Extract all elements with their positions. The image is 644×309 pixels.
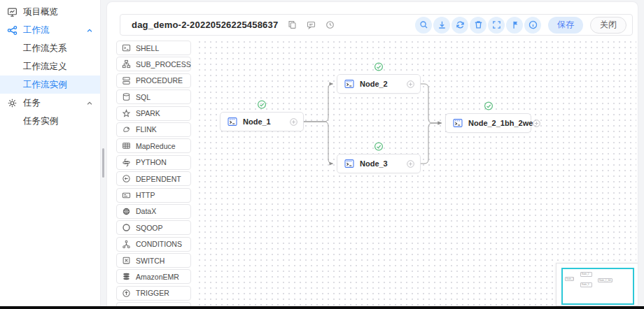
task-type-label: DEPENDENT bbox=[136, 175, 181, 183]
plus-icon[interactable] bbox=[290, 118, 298, 126]
task-type-sql[interactable]: SQL bbox=[116, 89, 191, 104]
scrollbar[interactable] bbox=[102, 148, 104, 178]
close-button[interactable]: 关闭 bbox=[590, 17, 626, 34]
minimap-node: Node_1 bbox=[565, 277, 574, 281]
plus-icon[interactable] bbox=[407, 160, 414, 168]
chevron-up-icon[interactable] bbox=[86, 27, 93, 34]
task-type-label: TRIGGER bbox=[136, 289, 169, 297]
sql-icon bbox=[122, 92, 131, 101]
success-status-icon bbox=[258, 99, 267, 108]
python-icon bbox=[122, 158, 131, 167]
minimap-viewport[interactable] bbox=[561, 268, 634, 305]
search-button[interactable] bbox=[415, 17, 432, 34]
task-type-mapreduce[interactable]: MapReduce bbox=[116, 138, 191, 153]
sidebar-item-label: 项目概览 bbox=[23, 6, 58, 18]
plus-icon[interactable] bbox=[407, 80, 414, 88]
format-dag-button[interactable] bbox=[506, 17, 523, 34]
task-type-datax[interactable]: DataX bbox=[116, 204, 191, 219]
http-icon bbox=[122, 191, 131, 200]
dag-node-node-1[interactable]: Node_1 bbox=[220, 112, 304, 131]
plus-icon[interactable] bbox=[533, 120, 540, 127]
dag-node-node-3[interactable]: Node_3 bbox=[337, 154, 421, 173]
sidebar-item-label: 工作流关系 bbox=[23, 43, 67, 55]
trigger-icon bbox=[122, 289, 131, 298]
workflow-title: dag_demo-2-20220526225458637 bbox=[132, 20, 278, 30]
chevron-up-icon[interactable] bbox=[86, 99, 93, 106]
subprocess-icon bbox=[122, 59, 131, 69]
minimap-node: Node_3 bbox=[580, 282, 592, 287]
title-actions bbox=[288, 20, 335, 29]
dag-node-node-2-1bh-2we[interactable]: Node_2_1bh_2we bbox=[445, 113, 531, 133]
sidebar: 项目概览 工作流 工作流关系 工作流定义 工作流实例 任务 bbox=[0, 0, 101, 306]
task-type-sqoop[interactable]: SQOOP bbox=[116, 220, 191, 235]
task-type-spark[interactable]: SPARK bbox=[116, 106, 191, 121]
save-button[interactable]: 保存 bbox=[548, 17, 583, 34]
task-type-dependent[interactable]: DEPENDENT bbox=[116, 171, 191, 186]
task-type-trigger[interactable]: TRIGGER bbox=[116, 286, 191, 301]
task-type-label: SHELL bbox=[136, 44, 159, 52]
spark-icon bbox=[122, 109, 131, 118]
sidebar-item-workflow-relation[interactable]: 工作流关系 bbox=[0, 39, 100, 57]
sidebar-item-project-overview[interactable]: 项目概览 bbox=[0, 3, 100, 21]
shell-node-icon bbox=[344, 159, 354, 168]
success-status-icon bbox=[374, 62, 384, 71]
dag-node-node-2[interactable]: Node_2 bbox=[337, 74, 421, 94]
task-type-label: CONDITIONS bbox=[136, 240, 182, 248]
task-type-label: SUB_PROCESS bbox=[136, 60, 191, 69]
gear-icon bbox=[7, 98, 18, 108]
delete-button[interactable] bbox=[470, 17, 486, 34]
datax-icon bbox=[122, 207, 131, 216]
copy-icon[interactable] bbox=[288, 20, 297, 29]
sqoop-icon bbox=[122, 223, 131, 232]
shell-node-icon bbox=[227, 117, 237, 127]
task-type-amazonemr[interactable]: AmazonEMR bbox=[116, 269, 191, 284]
task-type-http[interactable]: HTTP bbox=[116, 188, 191, 203]
window-edge bbox=[0, 306, 644, 309]
task-type-conditions[interactable]: CONDITIONS bbox=[116, 237, 191, 252]
task-type-flink[interactable]: FLINK bbox=[116, 122, 191, 137]
amazonemr-icon bbox=[122, 272, 131, 281]
task-type-label: SPARK bbox=[136, 109, 160, 117]
dependent-icon bbox=[122, 174, 131, 183]
sidebar-item-workflow[interactable]: 工作流 bbox=[0, 21, 100, 39]
minimap[interactable]: Node_1 Node_2 Node_3 Node_2_1bh_2we bbox=[556, 263, 638, 306]
task-type-label: SWITCH bbox=[136, 257, 164, 265]
toolbar-actions: 保存 关闭 bbox=[415, 17, 626, 34]
task-type-switch[interactable]: SWITCH bbox=[116, 253, 191, 268]
dag-toolbar: dag_demo-2-20220526225458637 bbox=[120, 14, 633, 36]
refresh-button[interactable] bbox=[451, 17, 468, 34]
task-type-shell[interactable]: SHELL bbox=[116, 41, 191, 55]
download-button[interactable] bbox=[433, 17, 450, 34]
info-button[interactable] bbox=[524, 17, 541, 34]
task-type-python[interactable]: PYTHON bbox=[116, 155, 191, 170]
task-type-label: HTTP bbox=[136, 191, 155, 199]
task-type-list: SHELLSUB_PROCESSPROCEDURESQLSPARKFLINKMa… bbox=[116, 41, 191, 309]
task-type-label: SQL bbox=[136, 93, 150, 101]
minimap-node: Node_2 bbox=[580, 272, 592, 277]
success-status-icon bbox=[484, 101, 493, 110]
dashboard-icon bbox=[7, 7, 18, 17]
dag-canvas[interactable]: Node_1 Node_2 bbox=[197, 39, 636, 306]
node-label: Node_3 bbox=[360, 159, 388, 168]
sidebar-item-workflow-definition[interactable]: 工作流定义 bbox=[0, 57, 100, 76]
main-panel: dag_demo-2-20220526225458637 bbox=[106, 1, 638, 309]
task-type-label: PYTHON bbox=[136, 158, 167, 166]
task-type-procedure[interactable]: PROCEDURE bbox=[116, 73, 191, 88]
task-type-label: PROCEDURE bbox=[136, 76, 183, 85]
sidebar-item-task[interactable]: 任务 bbox=[0, 94, 100, 112]
message-icon[interactable] bbox=[307, 20, 316, 29]
fullscreen-button[interactable] bbox=[488, 17, 505, 34]
flink-icon bbox=[122, 125, 131, 134]
task-type-label: FLINK bbox=[136, 125, 157, 134]
task-type-sub_process[interactable]: SUB_PROCESS bbox=[116, 57, 191, 71]
success-status-icon bbox=[374, 141, 384, 150]
switch-icon bbox=[122, 256, 131, 265]
workflow-instance-dag-page: 项目概览 工作流 工作流关系 工作流定义 工作流实例 任务 bbox=[0, 0, 644, 309]
task-type-label: MapReduce bbox=[136, 142, 176, 150]
workflow-icon bbox=[7, 25, 18, 36]
sidebar-item-label: 任务实例 bbox=[23, 115, 58, 127]
sidebar-item-task-instance[interactable]: 任务实例 bbox=[0, 112, 100, 130]
sidebar-item-workflow-instance[interactable]: 工作流实例 bbox=[0, 76, 100, 94]
procedure-icon bbox=[122, 76, 131, 85]
clock-icon[interactable] bbox=[326, 20, 335, 29]
